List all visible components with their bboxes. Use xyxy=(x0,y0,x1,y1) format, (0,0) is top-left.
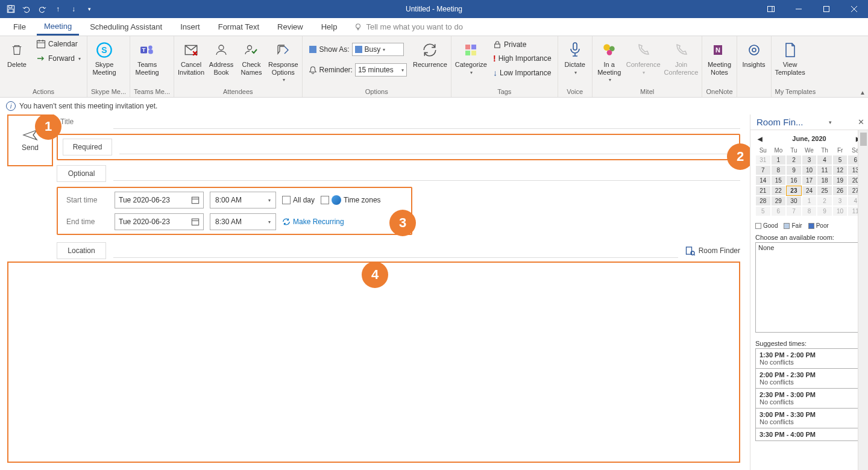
categorize-button[interactable]: Categorize xyxy=(455,38,487,75)
cancel-invitation-button[interactable]: Cancel Invitation xyxy=(178,38,204,76)
check-names-button[interactable]: Check Names xyxy=(238,38,265,76)
cal-day[interactable]: 1 xyxy=(771,155,787,165)
cal-day[interactable]: 8 xyxy=(771,165,787,175)
cal-day[interactable]: 30 xyxy=(786,196,802,206)
location-button[interactable]: Location xyxy=(57,242,106,259)
optional-button[interactable]: Optional xyxy=(57,165,106,182)
room-pane-scrollbar[interactable] xyxy=(858,130,868,470)
qat-menu-icon[interactable]: ▾ xyxy=(82,2,96,16)
meeting-body-textarea[interactable] xyxy=(7,262,740,463)
required-input[interactable] xyxy=(119,140,734,154)
end-time-input[interactable]: 8:30 AM▾ xyxy=(210,213,276,230)
view-templates-button[interactable]: View Templates xyxy=(775,38,805,76)
cal-day[interactable]: 15 xyxy=(771,175,787,186)
skype-meeting-button[interactable]: S Skype Meeting xyxy=(91,38,118,76)
ribbon-display-icon[interactable] xyxy=(757,0,785,18)
tab-meeting[interactable]: Meeting xyxy=(37,18,79,36)
save-icon[interactable] xyxy=(4,2,18,16)
next-icon[interactable]: ↓ xyxy=(66,2,81,16)
delete-button[interactable]: Delete xyxy=(4,38,30,69)
maximize-icon[interactable] xyxy=(813,0,840,18)
collapse-ribbon-icon[interactable]: ▲ xyxy=(860,89,866,96)
suggested-time-item[interactable]: 2:30 PM - 3:00 PMNo conflicts xyxy=(755,389,863,409)
show-as-dropdown[interactable]: Busy▾ xyxy=(352,43,404,56)
location-input[interactable] xyxy=(113,243,678,258)
cal-day[interactable]: 16 xyxy=(786,175,802,186)
cal-day[interactable]: 7 xyxy=(786,206,802,216)
prev-icon[interactable]: ↑ xyxy=(51,2,65,16)
cal-day[interactable]: 3 xyxy=(802,155,817,165)
recurrence-button[interactable]: Recurrence xyxy=(413,38,447,69)
start-time-input[interactable]: 8:00 AM▾ xyxy=(210,192,276,208)
cal-day[interactable]: 5 xyxy=(832,155,848,165)
in-a-meeting-button[interactable]: In a Meeting xyxy=(596,38,623,83)
cal-prev-icon[interactable]: ◀ xyxy=(758,136,763,142)
suggested-time-item[interactable]: 1:30 PM - 2:00 PMNo conflicts xyxy=(755,349,863,369)
tab-insert[interactable]: Insert xyxy=(173,18,207,36)
cal-day[interactable]: 17 xyxy=(802,175,817,186)
cal-day[interactable]: 24 xyxy=(802,186,817,196)
tab-help[interactable]: Help xyxy=(314,18,345,36)
cal-day[interactable]: 7 xyxy=(755,165,771,175)
cal-day[interactable]: 9 xyxy=(786,165,802,175)
suggested-time-item[interactable]: 3:00 PM - 3:30 PMNo conflicts xyxy=(755,409,863,428)
response-options-button[interactable]: Response Options xyxy=(268,38,298,83)
close-icon[interactable] xyxy=(840,0,868,18)
tab-scheduling[interactable]: Scheduling Assistant xyxy=(83,18,169,36)
suggested-time-item[interactable]: 3:30 PM - 4:00 PM xyxy=(755,428,863,441)
optional-input[interactable] xyxy=(113,166,740,181)
title-input[interactable] xyxy=(113,114,740,129)
tab-format-text[interactable]: Format Text xyxy=(211,18,266,36)
reminder-dropdown[interactable]: 15 minutes▾ xyxy=(355,63,407,77)
room-finder-close-icon[interactable]: ✕ xyxy=(858,118,864,127)
cal-day[interactable]: 11 xyxy=(817,165,832,175)
cal-day[interactable]: 12 xyxy=(832,165,848,175)
cal-day[interactable]: 3 xyxy=(832,196,848,206)
cal-day[interactable]: 5 xyxy=(755,206,771,216)
end-date-input[interactable]: Tue 2020-06-23 xyxy=(115,213,204,230)
conference-button[interactable]: Conference xyxy=(626,38,661,75)
teams-meeting-button[interactable]: T Teams Meeting xyxy=(134,38,160,76)
high-importance-button[interactable]: !High Importance xyxy=(491,52,554,64)
cal-day[interactable]: 26 xyxy=(832,186,848,196)
cal-day[interactable]: 10 xyxy=(832,206,848,216)
start-date-input[interactable]: Tue 2020-06-23 xyxy=(115,192,204,208)
cal-day[interactable]: 6 xyxy=(771,206,787,216)
all-day-checkbox[interactable]: All day xyxy=(282,196,315,204)
cal-day[interactable]: 1 xyxy=(802,196,817,206)
cal-day[interactable]: 19 xyxy=(832,175,848,186)
suggested-time-item[interactable]: 2:00 PM - 2:30 PMNo conflicts xyxy=(755,369,863,389)
tell-me-search[interactable]: Tell me what you want to do xyxy=(348,18,468,36)
cal-day[interactable]: 8 xyxy=(802,206,817,216)
room-finder-menu-icon[interactable]: ▾ xyxy=(829,119,832,125)
cal-day[interactable]: 14 xyxy=(755,175,771,186)
insights-button[interactable]: Insights xyxy=(741,38,767,69)
dictate-button[interactable]: Dictate xyxy=(562,38,588,75)
cal-day[interactable]: 23 xyxy=(786,186,802,196)
cal-day[interactable]: 28 xyxy=(755,196,771,206)
room-finder-button[interactable]: Room Finder xyxy=(685,246,740,255)
meeting-notes-button[interactable]: N Meeting Notes xyxy=(706,38,732,76)
redo-icon[interactable] xyxy=(35,2,49,16)
cal-day[interactable]: 2 xyxy=(817,196,832,206)
minimize-icon[interactable] xyxy=(785,0,813,18)
tab-file[interactable]: File xyxy=(6,18,33,36)
low-importance-button[interactable]: ↓Low Importance xyxy=(491,67,554,79)
time-zones-checkbox[interactable]: Time zones xyxy=(321,195,381,205)
make-recurring-link[interactable]: Make Recurring xyxy=(282,218,344,226)
address-book-button[interactable]: Address Book xyxy=(208,38,234,76)
join-conference-button[interactable]: Join Conference xyxy=(664,38,699,76)
cal-day[interactable]: 4 xyxy=(817,155,832,165)
tab-review[interactable]: Review xyxy=(270,18,310,36)
cal-day[interactable]: 2 xyxy=(786,155,802,165)
cal-day[interactable]: 10 xyxy=(802,165,817,175)
forward-button[interactable]: Forward xyxy=(34,52,83,64)
cal-day[interactable]: 22 xyxy=(771,186,787,196)
available-rooms-list[interactable]: None xyxy=(755,242,863,333)
cal-day[interactable]: 25 xyxy=(817,186,832,196)
calendar-button[interactable]: Calendar xyxy=(34,38,83,50)
cal-day[interactable]: 21 xyxy=(755,186,771,196)
cal-day[interactable]: 18 xyxy=(817,175,832,186)
cal-day[interactable]: 9 xyxy=(817,206,832,216)
private-button[interactable]: Private xyxy=(491,39,554,50)
